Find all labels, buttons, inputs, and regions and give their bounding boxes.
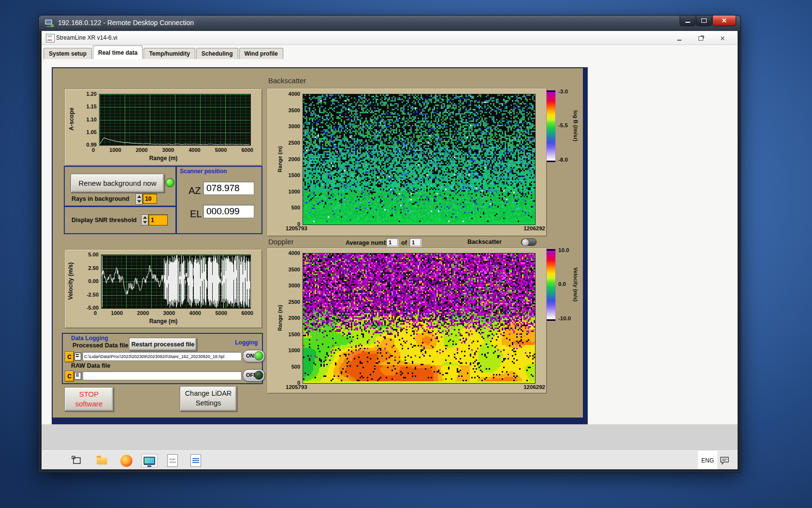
backscatter-frame: 40003500300025002000150010005000 Range (… [267,88,547,237]
of-label: of [401,239,407,246]
doppler-frame: 40003500300025002000150010005000 Range (… [267,248,547,394]
processed-browse-folder-icon[interactable] [74,353,81,360]
vi-window-title: StreamLine XR v14-6.vi [56,34,117,41]
toggle-off-knob [254,371,263,380]
tab-wind-profile[interactable]: Wind profile [239,48,283,59]
rays-spinner[interactable] [135,194,143,205]
raw-logging-toggle[interactable]: OFF [243,369,265,382]
snr-spinner[interactable] [141,214,148,225]
tick-label: 3000 [162,147,174,153]
close-icon: ✕ [722,17,727,24]
renew-background-button[interactable]: Renew background now [71,174,164,193]
snr-threshold-box: Display SNR threshold 1 [64,206,176,234]
rdp-maximize-button[interactable] [696,15,712,26]
task-view-icon[interactable] [69,454,85,467]
rdp-close-button[interactable]: ✕ [712,15,736,26]
data-logging-title: Data Logging [71,335,108,342]
rays-value-field[interactable]: 10 [143,194,157,204]
average-number-field[interactable]: 1 [386,238,398,246]
raw-drive-button[interactable]: C [65,371,74,382]
doppler-title: Doppler [268,238,294,246]
toggle-on-knob [254,351,263,360]
tick-label: 3000 [289,123,300,129]
doppler-cbar-max: 10.0 [558,247,569,253]
tab-temp-humidity[interactable]: Temp/humidity [144,48,195,59]
firefox-icon[interactable] [118,454,134,467]
tick-label: 1.05 [87,129,97,135]
backscatter-cbar-max: -3.0 [558,89,568,94]
tick-label: 6000 [241,310,253,316]
vi-minimize-button[interactable] [672,34,686,43]
raw-path-field[interactable] [82,371,242,380]
tick-label: 0 [94,310,97,316]
velocity-x-ticks: 0100020003000400050006000 [94,310,253,316]
rdp-minimize-button[interactable] [680,15,696,26]
restart-processed-file-button[interactable]: Restart processed file [129,338,197,351]
doppler-y-axis-label: Range (m) [277,305,283,331]
tick-label: 1000 [109,147,121,153]
rdp-computer-icon [44,19,54,28]
tick-label: 500 [291,364,300,370]
file-explorer-folder-icon[interactable] [94,454,110,467]
tick-label: 3500 [289,267,300,272]
language-indicator[interactable]: ENG [698,451,717,469]
stop-software-button[interactable]: STOP software [64,387,114,411]
average-total-field[interactable]: 1 [409,238,421,246]
tick-label: 2000 [136,147,147,153]
az-label: AZ [188,185,201,196]
tick-label: 1.10 [87,117,97,122]
tab-system-setup[interactable]: System setup [44,48,92,59]
processed-drive-button[interactable]: C [65,351,74,362]
tick-label: -2.50 [87,292,99,298]
tick-label: 1000 [289,189,300,194]
tick-label: 4000 [188,147,200,153]
tick-label: 2500 [289,140,300,146]
vi-close-button[interactable]: ✕ [715,34,730,43]
scan-sched-icon[interactable]: Scansched [164,454,181,467]
backscatter-x-end: 1206292 [494,225,545,231]
tick-label: 0.00 [88,278,99,284]
tab-real-time-data[interactable]: Real time data [93,45,143,59]
doppler-colorbar [546,249,556,321]
taskbar: Scansched ENG [42,450,738,469]
logging-label: Logging [235,339,258,346]
restore-icon [698,36,703,41]
backscatter-heatmap [303,94,536,225]
tick-label: 4000 [189,310,201,316]
minimize-icon [685,22,690,23]
velocity-y-ticks: 5.002.500.00-2.50-5.00 [72,252,99,311]
velocity-plot [101,254,251,309]
maximize-icon [701,18,707,23]
snr-value-field[interactable]: 1 [148,214,168,225]
tab-scheduling[interactable]: Scheduling [196,48,238,59]
doppler-x-end: 1206292 [494,384,545,390]
tick-label: 1000 [111,310,123,316]
velocity-frame: 5.002.500.00-2.50-5.00 01000200030004000… [64,249,262,329]
processed-path-field[interactable]: C:\Lidar\Data\Proc\2023\202309\20230920\… [82,352,242,361]
backscatter-cbar-min: -8.0 [558,157,568,163]
backscatter-colorbar [546,90,556,163]
processed-logging-toggle[interactable]: ON [243,350,265,362]
toggle-on-label: ON [246,353,254,359]
velocity-x-axis-label: Range (m) [65,318,262,325]
raw-browse-folder-icon[interactable] [74,372,81,380]
backscatter-cbar-mid: -5.5 [558,122,568,128]
el-value-field: 000.099 [203,205,254,218]
ascope-x-ticks: 0100020003000400050006000 [92,147,253,153]
tick-label: 3000 [163,310,175,316]
backscatter-toggle-switch[interactable] [521,239,536,246]
processed-data-file-label: Processed Data file [72,342,128,349]
vi-restore-button[interactable] [694,34,708,43]
chat-notification-icon[interactable] [716,454,733,467]
ascope-x-axis-label: Range (m) [65,155,262,162]
tick-label: 1.15 [87,104,97,109]
stop-line2: software [75,399,103,409]
change-lidar-settings-button[interactable]: Change LiDAR Settings [180,386,237,411]
notes-app-icon[interactable] [188,454,204,467]
streamline-app-icon[interactable] [141,454,158,467]
snr-threshold-label: Display SNR threshold [72,217,137,224]
change-line2: Settings [196,399,221,408]
front-panel: 1.201.151.101.050.99 0100020003000400050… [52,67,588,424]
tick-label: 2000 [289,156,300,162]
scanner-position-box: Scanner position AZ 078.978 EL 000.099 [176,166,262,234]
